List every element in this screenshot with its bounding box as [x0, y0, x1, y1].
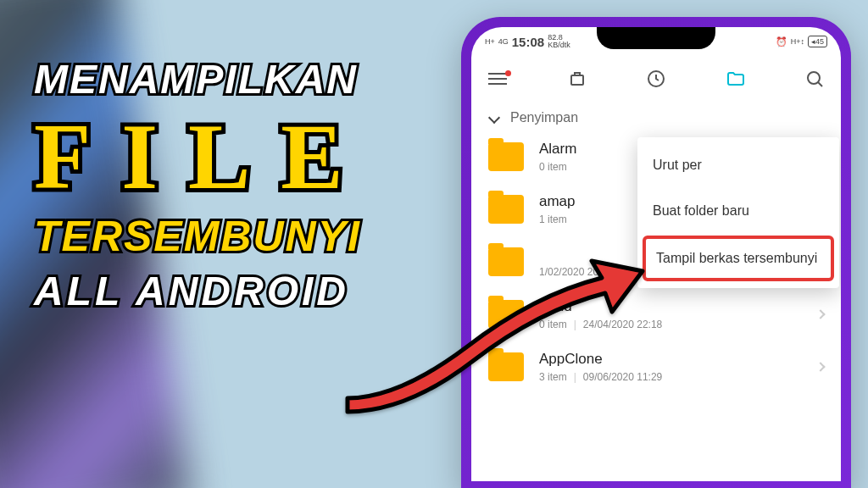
alarm-icon: ⏰ — [776, 36, 787, 47]
tab-files[interactable] — [725, 68, 747, 90]
folder-icon — [726, 69, 746, 89]
signal-4g-icon: 4G — [498, 38, 509, 46]
menu-item-sort[interactable]: Urut per — [637, 142, 839, 188]
search-icon — [804, 69, 825, 89]
menu-item-new-folder[interactable]: Buat folder baru — [637, 188, 839, 234]
broom-icon — [567, 69, 587, 89]
phone-screen: H+ 4G 15:08 82.8 KB/dtk ⏰ H+↕ ◂45 — [471, 27, 841, 481]
chevron-right-icon — [815, 362, 825, 371]
folder-icon — [488, 300, 524, 329]
tab-cleaner[interactable] — [566, 68, 588, 90]
app-toolbar — [471, 56, 841, 102]
list-item[interactable]: AppClone 3 item|09/06/2020 11:29 — [475, 341, 837, 393]
notification-dot-icon — [505, 70, 511, 76]
breadcrumb[interactable]: Penyimpan — [471, 102, 841, 130]
net-speed-unit: KB/dtk — [548, 42, 570, 49]
folder-icon — [488, 352, 524, 381]
phone-frame: H+ 4G 15:08 82.8 KB/dtk ⏰ H+↕ ◂45 — [461, 17, 851, 488]
list-item[interactable]: fraud 0 item|24/04/2020 22:18 — [475, 288, 837, 341]
data-icon: H+↕ — [791, 38, 804, 46]
folder-icon — [488, 142, 524, 171]
title-line-3: TERSEMBUNYI — [34, 215, 374, 258]
chevron-right-icon — [815, 309, 825, 319]
svg-rect-0 — [571, 75, 583, 85]
menu-item-show-hidden[interactable]: Tampil berkas tersembunyi — [643, 236, 834, 281]
hamburger-icon — [488, 73, 507, 85]
signal-icon: H+ — [485, 38, 495, 46]
folder-icon — [488, 247, 524, 276]
breadcrumb-path: Penyimpan — [510, 110, 578, 125]
file-name: AppClone — [539, 351, 802, 368]
title-line-4: ALL ANDROID — [34, 271, 374, 312]
context-menu: Urut per Buat folder baru Tampil berkas … — [637, 137, 839, 288]
menu-button[interactable] — [487, 68, 509, 90]
clock: 15:08 — [512, 35, 544, 49]
file-name: fraud — [539, 298, 802, 315]
thumbnail-title: MENAMPILKAN FILE TERSEMBUNYI ALL ANDROID — [34, 59, 374, 312]
title-line-1: MENAMPILKAN — [34, 59, 374, 100]
clock-icon — [646, 69, 666, 89]
notch — [597, 27, 715, 49]
folder-icon — [488, 195, 524, 224]
search-button[interactable] — [804, 68, 826, 90]
svg-point-2 — [808, 72, 820, 84]
title-line-2: FILE — [34, 110, 374, 203]
battery-icon: ◂45 — [808, 36, 827, 47]
tab-recent[interactable] — [645, 68, 667, 90]
chevron-down-icon — [488, 112, 500, 124]
